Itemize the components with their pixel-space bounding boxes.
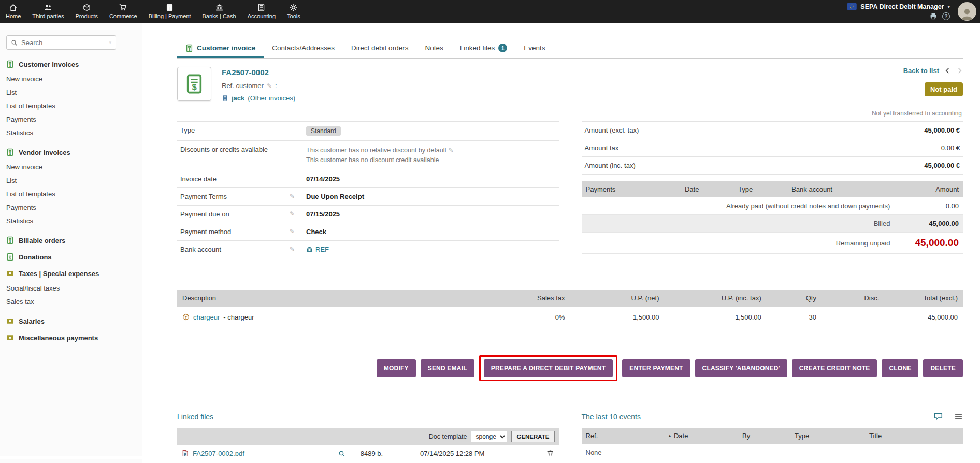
sidebar-item-new-invoice[interactable]: New invoice [6,161,136,174]
amount-incl-value: 45,000.00 € [803,157,963,175]
row-amount-tax: Amount tax 0.00 € [582,139,963,157]
nav-banks-cash[interactable]: Banks | Cash [196,0,241,23]
sidebar-item-statistics[interactable]: Statistics [6,214,136,228]
sidebar-item-list[interactable]: List [6,174,136,187]
nav-billing-payment[interactable]: Billing | Payment [143,0,197,23]
status-badge: Not paid [925,82,963,96]
bank-account-link[interactable]: REF [306,245,329,253]
printer-icon[interactable] [930,12,937,20]
sidebar-section-billable-orders[interactable]: Billable orders [6,236,136,244]
nav-label: Billing | Payment [149,13,191,19]
ref-customer-label: Ref. customer [222,82,264,90]
nav-tools[interactable]: Tools [281,0,306,23]
search-box[interactable]: ▾ [6,35,116,50]
clone-button[interactable]: CLONE [882,359,918,377]
tab-direct-debit-orders[interactable]: Direct debit orders [343,38,416,58]
edit-pencil-icon[interactable]: ✎ [449,147,454,154]
customer-line: jack (Other invoices) [222,94,295,102]
section-title: Salaries [19,317,45,325]
back-to-list-link[interactable]: Back to list [903,67,939,75]
col-total-excl: Total (excl.) [884,290,963,307]
remaining-label: Remaining unpaid [582,233,895,254]
nav-commerce[interactable]: Commerce [104,0,143,23]
edit-pencil-icon[interactable]: ✎ [267,82,272,90]
sidebar-item-new-invoice[interactable]: New invoice [6,73,136,86]
create-credit-note-button[interactable]: CREATE CREDIT NOTE [792,359,877,377]
invoice-details-table: Type Standard Discounts or credits avail… [177,121,559,259]
delete-button[interactable]: DELETE [923,359,963,377]
col-date[interactable]: ▲Date [668,432,742,440]
payment-method-label: Payment method [180,228,231,236]
remaining-value: 45,000.00 [894,233,963,254]
nav-label: Accounting [248,13,276,19]
classify-abandoned-button[interactable]: CLASSIFY 'ABANDONED' [695,359,787,377]
linked-files-section: Linked files Doc template sponge GENERAT… [177,411,559,462]
nav-third-parties[interactable]: Third parties [26,0,69,23]
prepare-direct-debit-button[interactable]: PREPARE A DIRECT DEBIT PAYMENT [484,359,613,377]
col-type: Type [795,432,869,440]
nav-products[interactable]: Products [69,0,103,23]
chevron-down-icon[interactable]: ▾ [109,40,111,45]
tab-contacts-addresses[interactable]: Contacts/Addresses [264,38,343,58]
tab-label: Contacts/Addresses [272,44,335,52]
tab-notes[interactable]: Notes [416,38,451,58]
nav-label: Banks | Cash [202,13,236,19]
send-email-button[interactable]: SEND EMAIL [421,359,474,377]
sidebar-section-misc-payments[interactable]: Miscellaneous payments [6,334,136,342]
chevron-left-icon[interactable] [944,67,951,74]
sidebar-section-salaries[interactable]: Salaries [6,317,136,325]
product-box-icon [182,313,190,321]
edit-pencil-icon[interactable]: ✎ [290,193,300,200]
enter-payment-button[interactable]: ENTER PAYMENT [622,359,690,377]
comments-icon[interactable] [934,412,943,421]
lines-header-row: Description Sales tax U.P. (net) U.P. (i… [177,290,963,307]
sidebar-section-donations[interactable]: Donations [6,253,136,261]
payment-terms-label: Payment Terms [180,193,227,200]
tab-linked-files[interactable]: Linked files 1 [452,38,516,58]
help-icon[interactable]: ? [942,12,950,20]
file-row: FA2507-0002.pdf 8489 b. 07/14/2025 12:28… [177,445,559,462]
tab-customer-invoice[interactable]: Customer invoice [177,38,264,58]
tab-events[interactable]: Events [515,38,553,58]
search-input[interactable] [21,39,105,47]
edit-pencil-icon[interactable]: ✎ [290,210,300,218]
main-menu: Home Third parties Products Commerce Bil… [0,0,306,23]
nav-home[interactable]: Home [0,0,26,23]
sidebar-section-customer-invoices[interactable]: Customer invoices [6,60,136,68]
billed-value: 45,000.00 [894,215,963,233]
amount-tax-label: Amount tax [582,139,803,157]
customer-link[interactable]: jack [232,94,244,102]
product-link[interactable]: chargeur [193,313,220,321]
edit-pencil-icon[interactable]: ✎ [290,245,300,253]
amount-excl-value: 45,000.00 € [803,122,963,139]
billed-label: Billed [582,215,895,233]
sidebar-item-list-of-templates[interactable]: List of templates [6,187,136,201]
user-avatar-icon[interactable] [958,2,976,21]
row-amount-excl: Amount (excl. tax) 45,000.00 € [582,122,963,139]
sidebar-section-taxes[interactable]: Taxes | Special expenses [6,269,136,278]
sidebar-item-list[interactable]: List [6,86,136,99]
doc-template-select[interactable]: sponge [471,431,507,442]
nav-accounting[interactable]: Accounting [242,0,281,23]
sidebar-item-list-of-templates[interactable]: List of templates [6,99,136,113]
app-title-menu[interactable]: SEPA Direct Debit Manager ▾ [847,3,950,10]
sidebar-item-payments[interactable]: Payments [6,201,136,214]
sidebar-section-vendor-invoices[interactable]: Vendor invoices [6,148,136,156]
modify-button[interactable]: MODIFY [377,359,416,377]
list-menu-icon[interactable] [954,412,963,421]
payment-method-value: Check [303,223,558,240]
invoice-icon [6,148,14,156]
line-row: chargeur - chargeur 0% 1,500.00 1,500.00… [177,307,963,328]
invoice-ref-block: FA2507-0002 Ref. customer ✎ : jack (Othe… [222,67,295,102]
edit-pencil-icon[interactable]: ✎ [290,228,300,235]
sidebar-item-social-fiscal-taxes[interactable]: Social/fiscal taxes [6,282,136,295]
invoice-header: FA2507-0002 Ref. customer ✎ : jack (Othe… [177,67,963,102]
generate-button[interactable]: GENERATE [511,431,554,442]
line-qty: 30 [767,307,822,328]
invoice-lines-table: Description Sales tax U.P. (net) U.P. (i… [177,290,963,328]
sidebar-item-statistics[interactable]: Statistics [6,126,136,140]
sidebar-item-payments[interactable]: Payments [6,113,136,126]
money-icon [6,317,14,325]
sidebar-item-sales-tax[interactable]: Sales tax [6,295,136,309]
other-invoices-link[interactable]: (Other invoices) [248,94,295,102]
